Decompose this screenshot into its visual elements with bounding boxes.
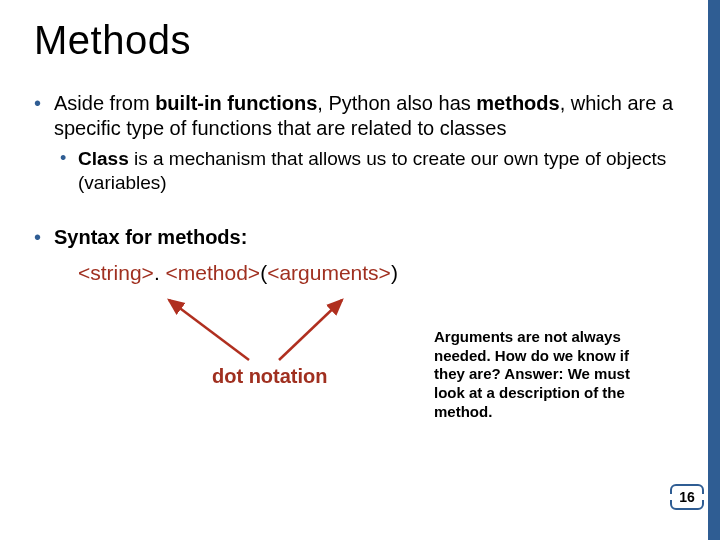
sub-bullet-1: Class is a mechanism that allows us to c… (54, 147, 690, 195)
bold-text: Class (78, 148, 129, 169)
text: Aside from (54, 92, 155, 114)
page-number-badge: 16 (670, 484, 704, 510)
side-accent-bar (708, 0, 720, 540)
svg-line-0 (169, 300, 249, 360)
text: is a mechanism that allows us to create … (78, 148, 666, 193)
arguments-note: Arguments are not always needed. How do … (434, 328, 654, 422)
slide-title: Methods (34, 18, 690, 63)
bullet-list: Aside from built-in functions, Python al… (30, 91, 690, 456)
slide: Methods Aside from built-in functions, P… (0, 0, 720, 540)
sub-bullet-list: Class is a mechanism that allows us to c… (54, 147, 690, 195)
text: , Python also has (317, 92, 476, 114)
syntax-dot: . (154, 261, 166, 284)
bold-text: methods (476, 92, 559, 114)
page-number: 16 (679, 489, 695, 505)
bullet-1: Aside from built-in functions, Python al… (30, 91, 690, 195)
syntax-string: <string> (78, 261, 154, 284)
syntax-method: <method> (166, 261, 261, 284)
syntax-args: <arguments> (267, 261, 391, 284)
bullet-2: Syntax for methods: <string>. <method>(<… (30, 225, 690, 456)
dot-notation-label: dot notation (212, 364, 328, 389)
bold-text: built-in functions (155, 92, 317, 114)
syntax-rparen: ) (391, 261, 398, 284)
annotation-area: dot notation Arguments are not always ne… (54, 336, 690, 456)
bold-text: Syntax for methods: (54, 226, 247, 248)
svg-line-1 (279, 300, 342, 360)
syntax-line: <string>. <method>(<arguments>) (54, 260, 690, 286)
